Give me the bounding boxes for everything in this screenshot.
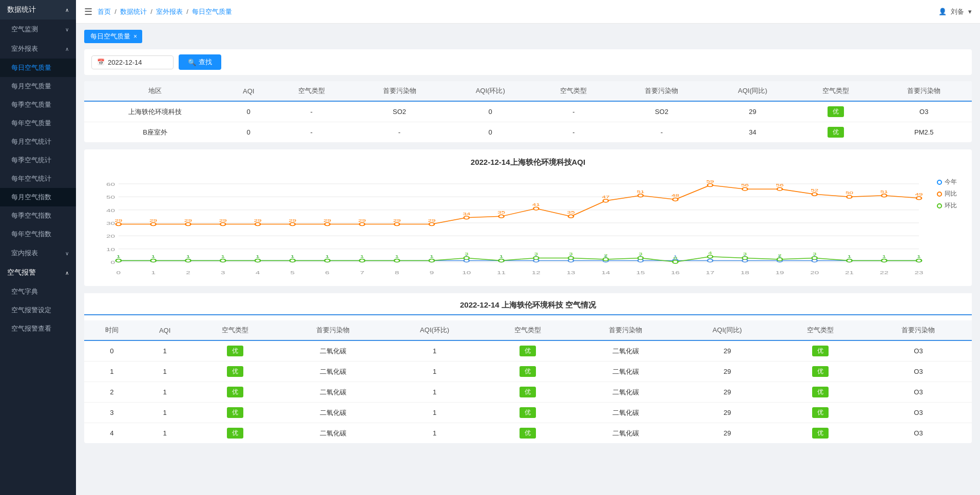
col-pollutant-b2: 首要污染物 <box>572 320 679 340</box>
svg-text:20: 20 <box>810 270 819 275</box>
svg-text:1: 1 <box>325 254 330 259</box>
svg-text:1: 1 <box>117 254 121 259</box>
svg-text:2: 2 <box>604 253 608 258</box>
svg-point-120 <box>707 259 713 262</box>
svg-text:18: 18 <box>741 270 750 275</box>
breadcrumb: 首页 / 数据统计 / 室外报表 / 每日空气质量 <box>98 7 232 16</box>
svg-text:51: 51 <box>637 189 644 194</box>
svg-text:15: 15 <box>636 270 645 275</box>
col-aqi-hb2: AQI(环比) <box>387 320 483 340</box>
svg-point-154 <box>464 256 469 259</box>
col-area: 地区 <box>84 81 226 101</box>
sidebar-item-indoor-report[interactable]: 室内报表 ∨ <box>0 243 76 263</box>
svg-text:10: 10 <box>106 247 115 252</box>
svg-text:29: 29 <box>149 218 157 222</box>
svg-text:35: 35 <box>497 210 505 215</box>
svg-text:1: 1 <box>256 254 260 259</box>
svg-point-82 <box>881 194 887 197</box>
menu-icon[interactable]: ☰ <box>84 6 92 17</box>
svg-text:14: 14 <box>601 270 610 275</box>
svg-point-54 <box>394 223 399 226</box>
svg-text:13: 13 <box>567 270 575 275</box>
col-pollutant-b1: 首要污染物 <box>280 320 387 340</box>
legend-tb-label: 同比 <box>945 189 957 198</box>
sidebar-item-monthly-air-index[interactable]: 每月空气指数 <box>0 188 76 206</box>
chart1-area: 0102030405060012345678910111213141516171… <box>92 174 928 278</box>
badge-good: 优 <box>227 407 243 418</box>
svg-text:1: 1 <box>882 254 886 259</box>
svg-text:17: 17 <box>706 270 715 275</box>
sidebar-item-air-dict[interactable]: 空气字典 <box>0 282 76 301</box>
search-button[interactable]: 🔍 查找 <box>179 54 221 70</box>
sidebar-item-seasonal-air-index[interactable]: 每季空气指数 <box>0 206 76 225</box>
sidebar-item-monthly-air-quality[interactable]: 每月空气质量 <box>0 77 76 96</box>
sidebar: 数据统计 ∧ 空气监测 ∨ 室外报表 ∧ 每日空气质量 每月空气质量 每季空气质… <box>0 0 76 495</box>
sidebar-section-data-stats[interactable]: 数据统计 ∧ <box>0 0 76 20</box>
sidebar-section-air-alarm[interactable]: 空气报警 ∧ <box>0 263 76 282</box>
svg-text:29: 29 <box>428 218 435 222</box>
col-type3: 空气类型 <box>796 81 876 101</box>
svg-text:50: 50 <box>846 191 853 195</box>
table-row: 1 1 优 二氧化碳 1 优 二氧化碳 29 优 O3 <box>84 361 972 382</box>
svg-text:52: 52 <box>811 188 818 193</box>
sidebar-item-yearly-air-stats[interactable]: 每年空气统计 <box>0 169 76 188</box>
table-row: 3 1 优 二氧化碳 1 优 二氧化碳 29 优 O3 <box>84 403 972 423</box>
col-aqi-hb: AQI(环比) <box>447 81 533 101</box>
chevron-up-icon: ∧ <box>65 7 69 13</box>
sidebar-item-yearly-air-quality[interactable]: 每年空气质量 <box>0 114 76 132</box>
sidebar-item-monthly-air-stats[interactable]: 每月空气统计 <box>0 132 76 151</box>
sidebar-item-seasonal-air-quality[interactable]: 每季空气质量 <box>0 96 76 114</box>
svg-point-50 <box>325 223 330 226</box>
chevron-up-icon: ∧ <box>65 270 69 276</box>
svg-point-58 <box>464 216 469 219</box>
svg-point-62 <box>533 207 539 210</box>
sidebar-item-daily-air-quality[interactable]: 每日空气质量 <box>0 59 76 77</box>
svg-text:0: 0 <box>111 260 116 265</box>
svg-text:56: 56 <box>776 183 783 187</box>
legend-today-dot <box>937 180 942 185</box>
user-menu-icon[interactable]: ▾ <box>968 8 972 15</box>
svg-point-74 <box>742 187 747 191</box>
svg-text:2: 2 <box>778 253 782 258</box>
sidebar-item-yearly-air-index[interactable]: 每年空气指数 <box>0 225 76 243</box>
badge-good: 优 <box>520 346 536 356</box>
svg-text:0: 0 <box>674 256 678 260</box>
chart2-title: 2022-12-14 上海轶伦环境科技 空气情况 <box>84 293 972 315</box>
svg-text:1: 1 <box>395 254 399 259</box>
svg-point-38 <box>116 223 121 226</box>
svg-text:1: 1 <box>360 254 364 259</box>
table-row: 4 1 优 二氧化碳 1 优 二氧化碳 29 优 O3 <box>84 423 972 444</box>
badge-good: 优 <box>828 127 844 138</box>
tab-close-icon[interactable]: × <box>133 33 137 40</box>
sidebar-item-outdoor-report[interactable]: 室外报表 ∧ <box>0 39 76 59</box>
badge-good: 优 <box>812 346 829 356</box>
svg-text:3: 3 <box>534 252 539 256</box>
col-aqi2: AQI <box>140 320 190 340</box>
svg-text:8: 8 <box>395 270 399 275</box>
sidebar-item-air-alarm-settings[interactable]: 空气报警设定 <box>0 301 76 319</box>
svg-text:56: 56 <box>741 183 749 187</box>
svg-text:29: 29 <box>219 218 227 222</box>
svg-text:3: 3 <box>639 252 643 256</box>
svg-point-52 <box>359 223 364 226</box>
tab-daily-air-quality[interactable]: 每日空气质量 × <box>84 30 142 43</box>
search-icon: 🔍 <box>188 59 196 66</box>
svg-text:3: 3 <box>743 252 747 256</box>
sidebar-item-air-monitor[interactable]: 空气监测 ∨ <box>0 20 76 39</box>
sidebar-item-seasonal-air-stats[interactable]: 每季空气统计 <box>0 151 76 169</box>
sidebar-item-air-alarm-view[interactable]: 空气报警查看 <box>0 319 76 338</box>
svg-text:3: 3 <box>569 252 573 256</box>
svg-text:50: 50 <box>106 195 115 200</box>
svg-text:19: 19 <box>775 270 784 275</box>
topbar-right: 👤 刘备 ▾ <box>938 7 972 16</box>
svg-point-40 <box>151 223 156 226</box>
svg-text:10: 10 <box>462 270 471 275</box>
col-type-b2: 空气类型 <box>483 320 572 340</box>
svg-point-48 <box>290 223 295 226</box>
badge-good: 优 <box>227 428 243 439</box>
date-input[interactable] <box>108 59 169 66</box>
svg-point-142 <box>255 259 260 262</box>
svg-text:29: 29 <box>184 218 192 222</box>
svg-text:34: 34 <box>463 212 470 216</box>
svg-point-68 <box>638 194 643 197</box>
